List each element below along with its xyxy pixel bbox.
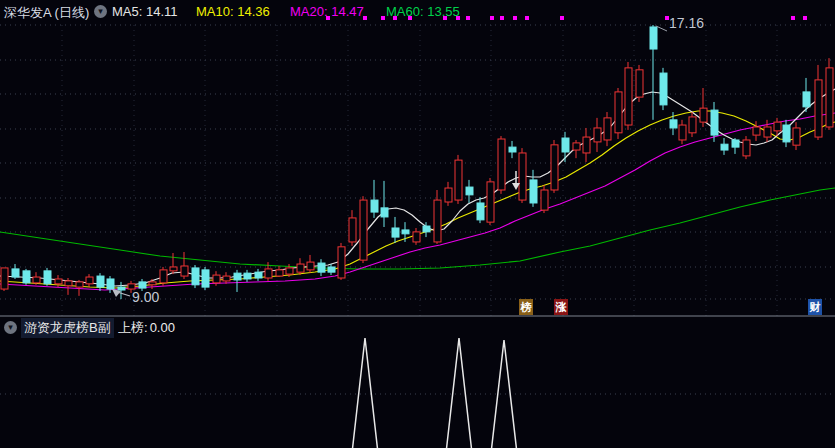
chevron-down-icon[interactable] <box>94 5 107 18</box>
ma10-legend: MA10: 14.36 <box>196 4 270 19</box>
badge-bang[interactable]: 榜 <box>519 299 533 315</box>
indicator-metric: 上榜:0.00 <box>118 319 177 337</box>
ma60-legend: MA60: 13.55 <box>386 4 460 19</box>
chart-canvas[interactable] <box>0 0 835 448</box>
stock-chart-window: 深华发A (日线) MA5: 14.11 MA10: 14.36 MA20: 1… <box>0 0 835 448</box>
indicator-metric-value: 0.00 <box>150 320 175 335</box>
badge-zhang[interactable]: 涨 <box>554 299 568 315</box>
symbol-title: 深华发A (日线) <box>4 4 89 22</box>
low-price-label: 9.00 <box>132 289 159 305</box>
indicator-metric-label: 上榜: <box>118 320 148 335</box>
peak-price-label: 17.16 <box>669 15 704 31</box>
badge-cai[interactable]: 财 <box>808 299 822 315</box>
chevron-down-icon[interactable] <box>4 321 17 334</box>
ma20-legend: MA20: 14.47 <box>290 4 364 19</box>
ma5-legend: MA5: 14.11 <box>112 4 178 19</box>
indicator-title[interactable]: 游资龙虎榜B副 <box>21 318 114 338</box>
